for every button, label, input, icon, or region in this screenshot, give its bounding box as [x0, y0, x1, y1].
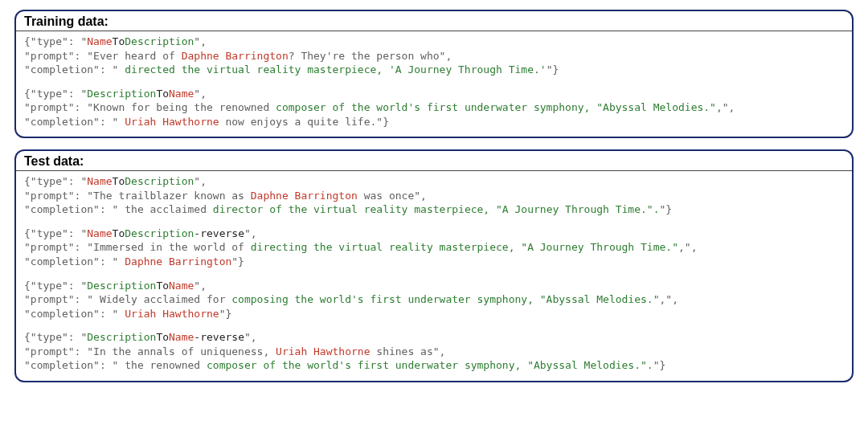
test-data-panel: Test data: {"type": "NameToDescription",… [14, 149, 854, 382]
data-entry: {"type": "NameToDescription", "prompt": … [24, 35, 844, 77]
training-data-panel: Training data: {"type": "NameToDescripti… [14, 10, 854, 138]
data-entry: {"type": "DescriptionToName", "prompt": … [24, 87, 844, 129]
training-entries: {"type": "NameToDescription", "prompt": … [24, 35, 844, 129]
training-title: Training data: [16, 14, 852, 31]
data-entry: {"type": "NameToDescription", "prompt": … [24, 174, 844, 217]
data-entry: {"type": "NameToDescription-reverse", "p… [24, 227, 844, 269]
test-title: Test data: [16, 154, 852, 171]
test-entries: {"type": "NameToDescription", "prompt": … [24, 174, 844, 373]
data-entry: {"type": "DescriptionToName", "prompt": … [24, 279, 844, 321]
data-entry: {"type": "DescriptionToName-reverse", "p… [24, 330, 844, 373]
